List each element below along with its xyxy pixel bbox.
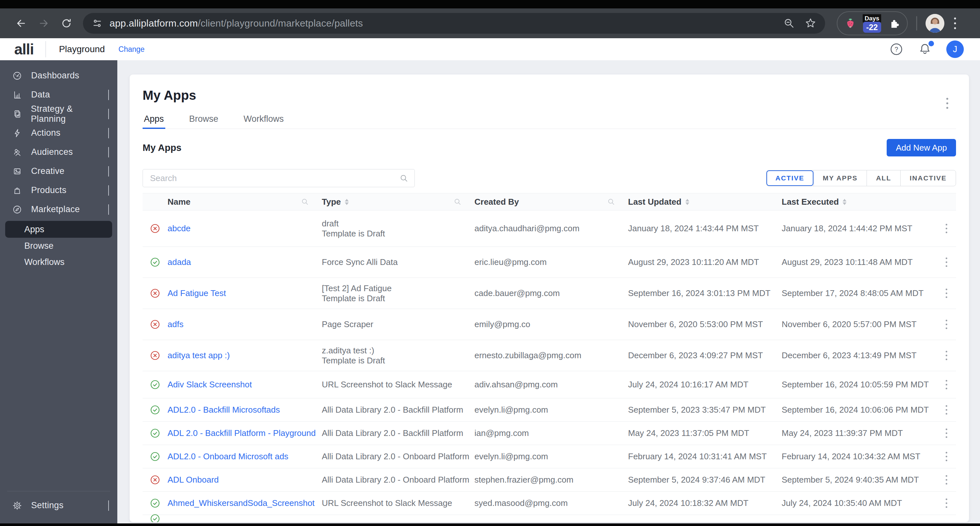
sort-icon[interactable] xyxy=(686,199,689,205)
row-actions-kebab[interactable] xyxy=(944,287,949,300)
add-new-app-button[interactable]: Add New App xyxy=(887,139,956,156)
column-header-type[interactable]: Type xyxy=(322,197,474,207)
type-line1: Alli Data Library 2.0 - Onboard Platform xyxy=(322,475,474,485)
address-bar[interactable]: app.alliplatform.com/client/playground/m… xyxy=(83,13,825,34)
sidebar-item-actions[interactable]: Actions xyxy=(0,123,117,143)
app-name-link[interactable]: ADL2.0 - Onboard Microsoft ads xyxy=(167,451,288,461)
tab-browse[interactable]: Browse xyxy=(188,112,220,129)
row-actions-kebab[interactable] xyxy=(944,318,949,331)
column-header-last-executed[interactable]: Last Executed xyxy=(782,197,937,207)
change-workspace-link[interactable]: Change xyxy=(119,45,145,54)
table-row[interactable]: ADL Onboard Alli Data Library 2.0 - Onbo… xyxy=(143,468,956,492)
search-box xyxy=(143,169,415,187)
sidebar-item-marketplace[interactable]: Marketplace xyxy=(0,200,117,219)
forward-icon[interactable] xyxy=(38,17,50,29)
tab-apps[interactable]: Apps xyxy=(143,112,165,129)
column-header-last-updated[interactable]: Last Updated xyxy=(628,197,782,207)
filter-active[interactable]: ACTIVE xyxy=(767,170,813,186)
column-search-icon[interactable] xyxy=(454,198,461,206)
status-ok-icon xyxy=(150,257,160,267)
svg-text:?: ? xyxy=(895,46,898,53)
reload-icon[interactable] xyxy=(60,17,73,29)
row-actions-kebab[interactable] xyxy=(944,403,949,416)
sidebar-item-creative[interactable]: Creative xyxy=(0,162,117,181)
table-row[interactable]: Adiv Slack Screenshot URL Screenshot to … xyxy=(143,371,956,398)
bookmark-star-icon[interactable] xyxy=(804,17,817,29)
table-row[interactable]: ADL2.0 - Onboard Microsoft ads Alli Data… xyxy=(143,445,956,468)
column-header-created-by[interactable]: Created By xyxy=(474,197,628,207)
row-actions-kebab[interactable] xyxy=(944,427,949,440)
table-row[interactable]: adfs Page Scraper emily@pmg.co November … xyxy=(143,309,956,340)
app-name-link[interactable]: abcde xyxy=(167,224,191,233)
app-name-link[interactable]: ADL Onboard xyxy=(167,475,219,485)
app-name-link[interactable]: Adiv Slack Screenshot xyxy=(167,380,252,389)
sidebar-item-data[interactable]: Data xyxy=(0,85,117,104)
table-row[interactable]: Ahmed_WhiskersandSoda_Screenshot URL Scr… xyxy=(143,492,956,515)
extensions-puzzle-icon[interactable] xyxy=(887,16,900,30)
app-name-link[interactable]: Ad Fatigue Test xyxy=(167,288,226,298)
days-extension-badge[interactable]: Days -22 xyxy=(863,14,881,33)
table-row[interactable]: aditya test app :) z.aditya test :) Temp… xyxy=(143,340,956,371)
status-ok-icon xyxy=(150,498,160,508)
strawberry-extension-icon[interactable] xyxy=(844,17,857,30)
search-icon[interactable] xyxy=(399,174,408,183)
sidebar-item-products[interactable]: Products xyxy=(0,181,117,200)
page-actions-kebab[interactable] xyxy=(944,96,950,111)
row-actions-kebab[interactable] xyxy=(944,497,949,510)
row-actions-kebab[interactable] xyxy=(944,256,949,269)
table-row[interactable]: Ad Fatigue Test [Test 2] Ad Fatigue Temp… xyxy=(143,278,956,309)
browser-menu-kebab[interactable] xyxy=(952,16,958,31)
row-actions-kebab[interactable] xyxy=(944,378,949,391)
row-actions-kebab[interactable] xyxy=(944,222,949,235)
row-actions-kebab[interactable] xyxy=(944,450,949,463)
row-actions-kebab[interactable] xyxy=(944,473,949,486)
table-row[interactable]: ADL 2.0 - Backfill Platform - Playground… xyxy=(143,422,956,445)
sidebar-item-strategy-planning[interactable]: Strategy & Planning xyxy=(0,104,117,123)
sidebar-divider xyxy=(7,491,110,491)
back-icon[interactable] xyxy=(15,17,27,29)
filter-my-apps[interactable]: MY APPS xyxy=(813,170,867,186)
column-header-name[interactable]: Name xyxy=(167,197,322,207)
extensions-cluster: Days -22 xyxy=(837,11,908,35)
sidebar-subitem-apps[interactable]: Apps xyxy=(5,221,112,238)
sort-icon[interactable] xyxy=(345,199,349,205)
table-row[interactable]: abcde draft Template is Draft aditya.cha… xyxy=(143,211,956,247)
browser-profile-avatar[interactable] xyxy=(926,14,944,33)
app-name-link[interactable]: adada xyxy=(167,257,191,267)
column-search-icon[interactable] xyxy=(301,198,309,206)
sidebar-item-audiences[interactable]: Audiences xyxy=(0,143,117,162)
app-name-link[interactable]: aditya test app :) xyxy=(167,350,230,360)
type-line2: Template is Draft xyxy=(322,294,474,304)
sidebar-item-label: Audiences xyxy=(31,147,73,157)
status-ok-icon xyxy=(150,405,160,415)
app-name-link[interactable]: Ahmed_WhiskersandSoda_Screenshot xyxy=(167,498,315,508)
sidebar-subitem-workflows[interactable]: Workflows xyxy=(0,254,117,270)
sidebar-subitem-browse[interactable]: Browse xyxy=(0,238,117,254)
row-actions-kebab[interactable] xyxy=(944,349,949,362)
filter-all[interactable]: ALL xyxy=(867,170,900,186)
table-row[interactable]: adada Force Sync Alli Data eric.lieu@pmg… xyxy=(143,247,956,278)
sort-icon[interactable] xyxy=(843,199,846,205)
created-by: evelyn.li@pmg.com xyxy=(474,451,628,462)
type-line1: Alli Data Library 2.0 - Onboard Platform xyxy=(322,451,474,462)
notifications-bell[interactable] xyxy=(918,42,932,56)
filter-inactive[interactable]: INACTIVE xyxy=(900,170,956,186)
app-name-link[interactable]: ADL2.0 - Backfill Microsoftads xyxy=(167,405,280,415)
shopping-bag-icon xyxy=(12,186,22,195)
zoom-out-icon[interactable] xyxy=(783,17,795,29)
site-settings-icon[interactable] xyxy=(91,17,103,29)
table-row[interactable]: ADL2.0 - Backfill Microsoftads Alli Data… xyxy=(143,398,956,422)
type-cell: [Test 2] Ad Fatigue Template is Draft xyxy=(322,283,474,304)
sidebar-item-settings[interactable]: Settings xyxy=(0,496,117,515)
days-badge-value: -22 xyxy=(863,22,881,33)
sidebar-item-dashboards[interactable]: Dashboards xyxy=(0,66,117,85)
app-name-link[interactable]: adfs xyxy=(167,319,183,329)
help-icon[interactable]: ? xyxy=(889,42,904,56)
search-input[interactable] xyxy=(143,169,415,187)
created-by: syed.masood@pmg.com xyxy=(474,498,628,508)
app-name-link[interactable]: ADL 2.0 - Backfill Platform - Playground xyxy=(167,428,316,438)
column-search-icon[interactable] xyxy=(607,198,615,206)
window-bottom-edge xyxy=(0,523,980,526)
user-avatar[interactable]: J xyxy=(946,40,964,58)
tab-workflows[interactable]: Workflows xyxy=(242,112,285,129)
